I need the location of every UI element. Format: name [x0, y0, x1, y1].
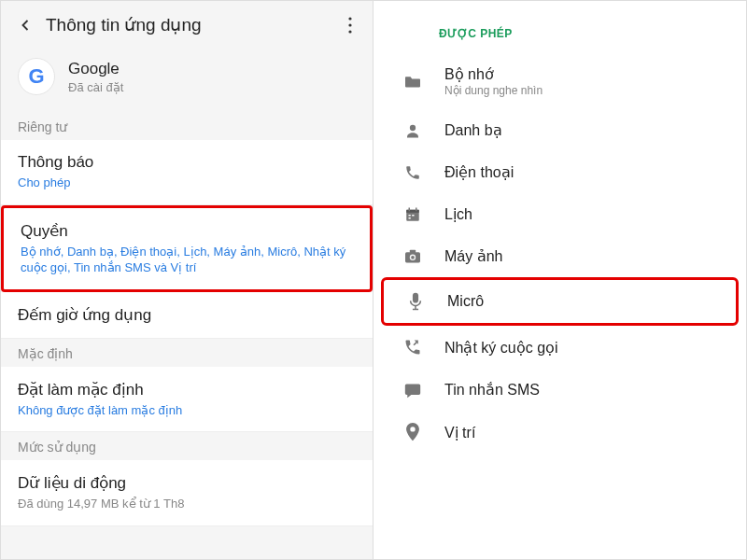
phone-icon — [400, 164, 426, 181]
item-permissions[interactable]: Quyền Bộ nhớ, Danh bạ, Điện thoại, Lịch,… — [1, 205, 373, 292]
perm-contacts[interactable]: Danh bạ — [374, 109, 746, 151]
item-title: Thông báo — [18, 153, 356, 172]
svg-rect-7 — [416, 207, 417, 211]
item-set-default[interactable]: Đặt làm mặc định Không được đặt làm mặc … — [1, 367, 373, 433]
perm-sub: Nội dung nghe nhìn — [444, 84, 543, 97]
header-bar: Thông tin ứng dụng — [1, 1, 373, 49]
permissions-screen: ĐƯỢC PHÉP Bộ nhớ Nội dung nghe nhìn Danh… — [374, 1, 746, 559]
person-icon — [400, 122, 426, 139]
item-app-timer[interactable]: Đếm giờ ứng dụng — [1, 292, 373, 339]
camera-icon — [400, 249, 426, 264]
perm-label: Vị trí — [444, 424, 475, 441]
google-app-icon: G — [18, 58, 55, 95]
perm-storage[interactable]: Bộ nhớ Nội dung nghe nhìn — [374, 53, 746, 109]
svg-rect-9 — [412, 215, 414, 217]
svg-point-3 — [410, 124, 416, 130]
item-title: Đặt làm mặc định — [18, 380, 356, 399]
overflow-menu-icon[interactable] — [343, 17, 358, 34]
perm-label: Máy ảnh — [444, 247, 502, 265]
svg-rect-15 — [413, 293, 418, 303]
item-mobile-data[interactable]: Dữ liệu di động Đã dùng 14,97 MB kể từ 1… — [1, 460, 373, 526]
section-privacy: Riêng tư — [1, 112, 373, 140]
svg-rect-5 — [406, 209, 419, 212]
perm-location[interactable]: Vị trí — [374, 411, 746, 454]
section-usage: Mức sử dụng — [1, 432, 373, 460]
calendar-icon — [400, 206, 426, 223]
perm-label: Tin nhắn SMS — [444, 381, 540, 399]
perm-microphone[interactable]: Micrô — [381, 277, 739, 326]
svg-point-0 — [348, 17, 351, 20]
app-info-screen: Thông tin ứng dụng G Google Đã cài đặt R… — [1, 1, 374, 559]
item-sub: Bộ nhớ, Danh bạ, Điện thoại, Lịch, Máy ả… — [21, 244, 353, 276]
perm-label: Điện thoại — [444, 163, 514, 181]
svg-rect-8 — [409, 215, 411, 217]
item-title: Quyền — [21, 221, 353, 241]
folder-icon — [400, 74, 426, 89]
perm-label: Lịch — [444, 205, 472, 223]
location-pin-icon — [400, 423, 426, 441]
perm-sms[interactable]: Tin nhắn SMS — [374, 369, 746, 411]
perm-label: Bộ nhớ — [444, 65, 543, 83]
svg-point-1 — [348, 23, 351, 26]
item-sub: Đã dùng 14,97 MB kể từ 1 Th8 — [18, 496, 356, 512]
svg-rect-6 — [409, 207, 411, 211]
item-sub: Không được đặt làm mặc định — [18, 402, 356, 419]
allowed-header: ĐƯỢC PHÉP — [374, 20, 746, 53]
svg-rect-12 — [410, 249, 416, 252]
phone-arrow-icon — [400, 338, 426, 357]
perm-camera[interactable]: Máy ảnh — [374, 235, 746, 277]
section-default: Mặc định — [1, 339, 373, 367]
svg-point-14 — [411, 255, 415, 259]
perm-calendar[interactable]: Lịch — [374, 193, 746, 235]
app-header: G Google Đã cài đặt — [1, 49, 373, 112]
perm-call-log[interactable]: Nhật ký cuộc gọi — [374, 326, 746, 369]
perm-label: Micrô — [447, 293, 484, 310]
item-title: Đếm giờ ứng dụng — [18, 305, 356, 325]
app-status: Đã cài đặt — [68, 80, 123, 94]
chat-icon — [400, 382, 426, 399]
item-title: Dữ liệu di động — [18, 473, 356, 493]
perm-label: Nhật ký cuộc gọi — [444, 339, 558, 357]
microphone-icon — [402, 292, 429, 311]
svg-rect-10 — [409, 217, 411, 219]
back-icon[interactable] — [16, 16, 35, 35]
svg-point-2 — [348, 30, 351, 33]
page-title: Thông tin ứng dụng — [46, 14, 343, 35]
perm-label: Danh bạ — [444, 121, 502, 139]
item-notification[interactable]: Thông báo Cho phép — [1, 140, 373, 205]
perm-phone[interactable]: Điện thoại — [374, 151, 746, 193]
app-name: Google — [68, 60, 123, 78]
item-sub: Cho phép — [18, 175, 356, 191]
